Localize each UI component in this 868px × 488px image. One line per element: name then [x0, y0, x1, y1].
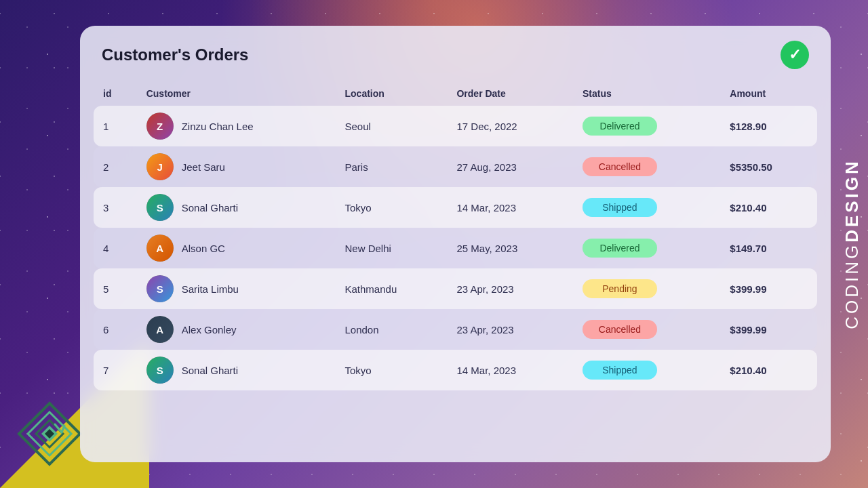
cell-location: Kathmandu	[336, 268, 448, 309]
col-order-date: Order Date	[447, 81, 573, 106]
card-header: Customer's Orders ✓	[80, 26, 831, 81]
cell-location: Paris	[336, 146, 448, 187]
avatar: S	[146, 357, 174, 384]
cell-status: Pending	[573, 268, 720, 309]
cell-order-date: 27 Aug, 2023	[447, 146, 573, 187]
cell-id: 6	[94, 309, 137, 350]
design-text: DESIGN	[842, 159, 862, 243]
header-row: id Customer Location Order Date Status A…	[94, 81, 817, 106]
cell-order-date: 14 Mar, 2023	[447, 187, 573, 228]
col-customer: Customer	[137, 81, 336, 106]
check-button[interactable]: ✓	[781, 41, 809, 69]
cell-amount: $210.40	[720, 187, 817, 228]
cell-location: New Delhi	[336, 228, 448, 268]
status-badge: Shipped	[583, 361, 657, 380]
table-container: id Customer Location Order Date Status A…	[80, 81, 831, 401]
logo	[12, 396, 87, 471]
svg-line-6	[55, 424, 62, 432]
avatar: Z	[146, 113, 174, 140]
status-badge: Pending	[583, 279, 657, 298]
status-badge: Cancelled	[583, 157, 657, 176]
table-row: 4AAlson GCNew Delhi25 May, 2023Delivered…	[94, 228, 817, 268]
page-title: Customer's Orders	[102, 45, 248, 64]
orders-table: id Customer Location Order Date Status A…	[94, 81, 817, 390]
cell-customer: SSonal Gharti	[137, 350, 336, 390]
cell-amount: $128.90	[720, 106, 817, 146]
cell-location: London	[336, 309, 448, 350]
avatar: S	[146, 275, 174, 302]
cell-location: Tokyo	[336, 187, 448, 228]
status-badge: Shipped	[583, 198, 657, 217]
customer-name: Sonal Gharti	[182, 365, 238, 376]
col-location: Location	[336, 81, 448, 106]
customer-name: Alson GC	[182, 243, 225, 254]
cell-status: Shipped	[573, 187, 720, 228]
cell-order-date: 23 Apr, 2023	[447, 309, 573, 350]
cell-amount: $399.99	[720, 309, 817, 350]
table-row: 2JJeet SaruParis27 Aug, 2023Cancelled$53…	[94, 146, 817, 187]
cell-amount: $210.40	[720, 350, 817, 390]
customer-name: Alex Gonley	[182, 324, 237, 336]
table-row: 3SSonal GhartiTokyo14 Mar, 2023Shipped$2…	[94, 187, 817, 228]
cell-location: Seoul	[336, 106, 448, 146]
cell-customer: AAlex Gonley	[137, 309, 336, 350]
cell-status: Delivered	[573, 228, 720, 268]
customer-name: Zinzu Chan Lee	[182, 121, 254, 132]
cell-customer: SSarita Limbu	[137, 268, 336, 309]
customer-name: Sonal Gharti	[182, 202, 238, 214]
avatar: J	[146, 153, 174, 180]
cell-id: 7	[94, 350, 137, 390]
table-row: 6AAlex GonleyLondon23 Apr, 2023Cancelled…	[94, 309, 817, 350]
table-row: 1ZZinzu Chan LeeSeoul17 Dec, 2022Deliver…	[94, 106, 817, 146]
cell-status: Cancelled	[573, 309, 720, 350]
cell-location: Tokyo	[336, 350, 448, 390]
orders-card: Customer's Orders ✓ id Customer Location…	[80, 26, 831, 462]
cell-customer: SSonal Gharti	[137, 187, 336, 228]
check-icon: ✓	[789, 46, 801, 64]
coding-text: CODING	[842, 243, 862, 329]
col-id: id	[94, 81, 137, 106]
cell-status: Cancelled	[573, 146, 720, 187]
cell-customer: AAlson GC	[137, 228, 336, 268]
col-status: Status	[573, 81, 720, 106]
status-badge: Delivered	[583, 117, 657, 136]
cell-id: 5	[94, 268, 137, 309]
avatar: S	[146, 194, 174, 221]
cell-order-date: 14 Mar, 2023	[447, 350, 573, 390]
status-badge: Cancelled	[583, 320, 657, 339]
table-body: 1ZZinzu Chan LeeSeoul17 Dec, 2022Deliver…	[94, 106, 817, 390]
cell-id: 4	[94, 228, 137, 268]
avatar: A	[146, 316, 174, 343]
status-badge: Delivered	[583, 239, 657, 258]
cell-id: 2	[94, 146, 137, 187]
cell-order-date: 25 May, 2023	[447, 228, 573, 268]
table-row: 5SSarita LimbuKathmandu23 Apr, 2023Pendi…	[94, 268, 817, 309]
customer-name: Sarita Limbu	[182, 283, 239, 295]
cell-id: 3	[94, 187, 137, 228]
side-text: CODINGDESIGN	[842, 159, 863, 329]
customer-name: Jeet Saru	[182, 161, 225, 173]
cell-amount: $399.99	[720, 268, 817, 309]
cell-status: Shipped	[573, 350, 720, 390]
cell-id: 1	[94, 106, 137, 146]
cell-order-date: 17 Dec, 2022	[447, 106, 573, 146]
table-header: id Customer Location Order Date Status A…	[94, 81, 817, 106]
cell-amount: $5350.50	[720, 146, 817, 187]
cell-customer: ZZinzu Chan Lee	[137, 106, 336, 146]
cell-order-date: 23 Apr, 2023	[447, 268, 573, 309]
cell-customer: JJeet Saru	[137, 146, 336, 187]
table-row: 7SSonal GhartiTokyo14 Mar, 2023Shipped$2…	[94, 350, 817, 390]
cell-status: Delivered	[573, 106, 720, 146]
cell-amount: $149.70	[720, 228, 817, 268]
col-amount: Amount	[720, 81, 817, 106]
avatar: A	[146, 235, 174, 262]
